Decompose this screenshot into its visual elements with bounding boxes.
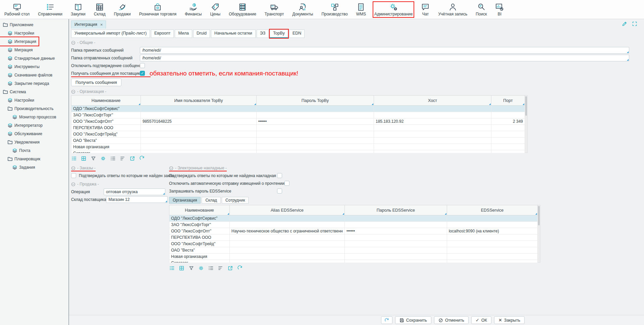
sidebar-item-integration[interactable]: Интеграция	[0, 37, 39, 46]
orders-confirm-checkbox[interactable]	[71, 173, 76, 178]
toolbar-item-transport[interactable]: Транспорт	[264, 2, 285, 17]
column-header[interactable]: Alias EDSService	[230, 205, 345, 215]
subtab-universal-import[interactable]: Универсальный импорт (Прайс-лист)	[71, 30, 150, 38]
table-row[interactable]: ООО "ЛюксСофтТрейд"	[169, 241, 538, 247]
subtab-topby[interactable]: TopBy	[270, 30, 288, 38]
table-row[interactable]: ООО "ЛюксСофтОпт"Научно-техническое обще…	[169, 228, 538, 234]
table-row[interactable]: Севеторг	[169, 260, 538, 263]
ok-button[interactable]: ✓ ОК	[471, 316, 491, 324]
table-row[interactable]: ПЕРСПЕКТИВА ООО	[169, 234, 538, 241]
tab-warehouse[interactable]: Склад	[202, 197, 221, 204]
subtab-opening-balances[interactable]: Начальные остатки	[211, 30, 256, 38]
toolbar-item-retail[interactable]: Розничная торговля	[138, 2, 177, 17]
sort-list-icon[interactable]	[120, 156, 125, 161]
sidebar-item-app-settings[interactable]: Настройки	[0, 29, 37, 37]
table-row[interactable]: ПЕРСПЕКТИВА ООО	[71, 125, 525, 131]
tab-organization[interactable]: Организация	[169, 197, 201, 204]
toolbar-item-chat[interactable]: Чат	[420, 2, 431, 17]
option-checkbox[interactable]	[277, 173, 282, 178]
table-row[interactable]: ЗАО "ЛюксСофтТорг"	[169, 222, 538, 228]
tab-close-icon[interactable]: ×	[100, 22, 103, 27]
toolbar-item-documents[interactable]: Документы	[291, 2, 314, 17]
toolbar-item-bi[interactable]: BI	[494, 2, 505, 17]
grid-view-icon[interactable]	[81, 156, 87, 161]
field-input[interactable]	[140, 47, 629, 54]
field-input[interactable]	[140, 55, 629, 61]
filter-icon[interactable]	[91, 156, 96, 161]
tab-integration[interactable]: Интеграция ×	[71, 20, 106, 29]
toolbar-item-prices[interactable]: $Цены	[209, 2, 221, 17]
table-row[interactable]: ОДО "ЛюксСофтСервис"	[169, 215, 538, 222]
supplier-warehouse-input[interactable]	[106, 196, 168, 203]
filter-icon[interactable]	[189, 265, 194, 271]
rows-view-icon[interactable]	[169, 265, 175, 271]
column-header[interactable]: Наименование	[71, 96, 141, 106]
grid-view-icon[interactable]	[179, 265, 184, 271]
toolbar-item-desktop[interactable]: Рабочий стол	[3, 2, 31, 17]
toolbar-item-wms[interactable]: WMS	[355, 2, 367, 17]
toolbar-item-administration[interactable]: Администрирование	[373, 2, 414, 17]
column-header[interactable]: Порт	[491, 96, 525, 106]
table-row[interactable]: Новая организация	[169, 254, 538, 260]
toolbar-item-account[interactable]: Учётная запись	[437, 2, 468, 17]
reload-icon[interactable]	[139, 156, 145, 161]
column-header[interactable]: Хост	[374, 96, 491, 106]
table-row[interactable]: ОАО "Веста"	[71, 138, 525, 144]
cancel-button[interactable]: Отменить	[434, 316, 469, 324]
column-header[interactable]: Имя пользователя TopBy	[141, 96, 257, 106]
operation-input[interactable]	[104, 188, 165, 195]
edit-icon[interactable]	[622, 21, 627, 26]
column-header[interactable]: EDSService	[447, 205, 537, 215]
sidebar-item-system[interactable]: Система	[0, 88, 28, 96]
sidebar-item-performance[interactable]: Производительность	[0, 104, 56, 113]
option-checkbox[interactable]	[277, 188, 282, 194]
table-row[interactable]: ЗАО "ЛюксСофтТорг"	[71, 112, 525, 118]
field-checkbox[interactable]	[140, 63, 145, 68]
save-button[interactable]: Сохранить	[395, 316, 431, 324]
toolbar-item-equipment[interactable]: Оборудование	[228, 2, 257, 17]
table-row[interactable]: Севеторг	[71, 150, 525, 153]
subtab-evroopt[interactable]: Евроопт	[151, 30, 174, 38]
toolbar-item-search[interactable]: Поиск	[475, 2, 488, 17]
numbered-list-icon[interactable]	[110, 156, 116, 161]
sidebar-item-period-close[interactable]: Закрытие периода	[0, 79, 51, 88]
sidebar-item-maintenance[interactable]: Обслуживание	[0, 129, 45, 138]
collapse-icon[interactable]	[71, 41, 75, 45]
rows-view-icon[interactable]	[71, 156, 77, 161]
get-messages-button[interactable]: Получить сообщения	[71, 78, 121, 86]
subtab-edn[interactable]: EDN	[289, 30, 305, 38]
column-header[interactable]: Пароль EDSService	[344, 205, 447, 215]
column-header[interactable]: Наименование	[169, 205, 230, 215]
table-row[interactable]: ОАО "Веста"	[169, 247, 538, 254]
vertical-scrollbar[interactable]	[538, 205, 540, 263]
tab-employee[interactable]: Сотрудник	[222, 197, 249, 204]
toolbar-item-purchases[interactable]: Закупки	[70, 2, 87, 17]
maximize-icon[interactable]	[632, 21, 637, 26]
sidebar-item-file-download[interactable]: Скачивание файлов	[0, 71, 55, 79]
collapse-icon[interactable]	[71, 90, 75, 94]
refresh-button[interactable]	[381, 316, 392, 324]
sidebar-item-process-monitor[interactable]: Монитор процессов	[0, 113, 59, 121]
reload-icon[interactable]	[237, 265, 243, 271]
open-in-window-icon[interactable]	[227, 265, 233, 271]
collapse-icon[interactable]	[169, 166, 173, 170]
table-row[interactable]: ООО "ЛюксСофтТрейд"	[71, 131, 525, 138]
toolbar-item-warehouse[interactable]: Склад	[93, 2, 107, 17]
subtab-ez[interactable]: ЭЗ	[257, 30, 269, 38]
sidebar-item-scheduler[interactable]: Планировщик	[0, 155, 43, 163]
sidebar-item-interpreter[interactable]: Интерпретатор	[0, 121, 45, 129]
numbered-list-icon[interactable]	[208, 265, 214, 271]
settings-gear-icon[interactable]	[100, 156, 106, 161]
sidebar-item-mail[interactable]: Почта	[0, 146, 33, 155]
settings-gear-icon[interactable]	[198, 265, 204, 271]
toolbar-item-sales[interactable]: Продажи	[113, 2, 132, 17]
open-in-window-icon[interactable]	[129, 156, 135, 161]
sidebar-item-migration[interactable]: Миграция	[0, 46, 35, 54]
column-header[interactable]: Пароль TopBy	[257, 96, 374, 106]
option-checkbox[interactable]	[284, 181, 289, 186]
vertical-scrollbar[interactable]	[525, 95, 528, 153]
toolbar-item-production[interactable]: Производство	[320, 2, 348, 17]
subtab-druid[interactable]: Druid	[193, 30, 210, 38]
sidebar-item-system-settings[interactable]: Настройки	[0, 96, 37, 104]
sidebar-item-notifications[interactable]: Уведомления	[0, 138, 42, 146]
